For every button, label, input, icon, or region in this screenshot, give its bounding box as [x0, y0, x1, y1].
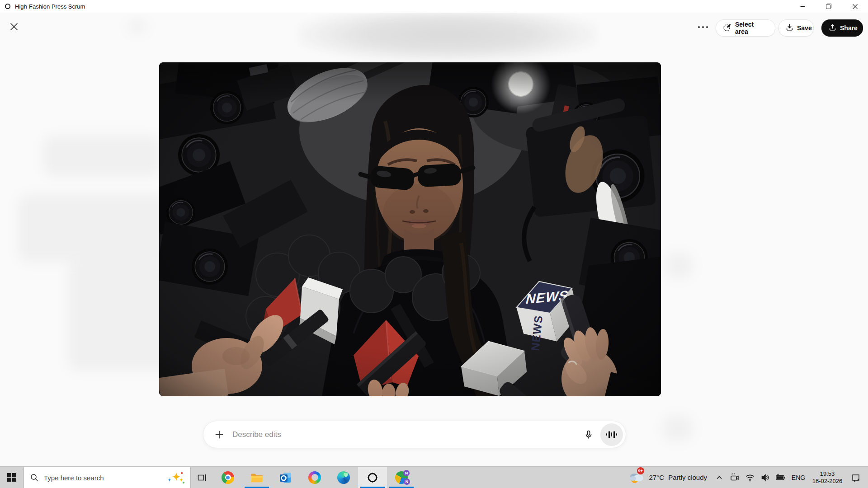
task-view-button[interactable] [191, 467, 213, 488]
editor-toolbar: Select area Save Share [0, 13, 868, 44]
share-icon [829, 23, 836, 33]
restore-button[interactable] [816, 0, 842, 13]
battery-icon[interactable] [773, 467, 788, 488]
task-view-icon [197, 473, 207, 483]
date-label: 16-02-2026 [812, 478, 843, 485]
select-area-button[interactable]: Select area [716, 19, 775, 37]
wifi-icon[interactable] [742, 467, 758, 488]
hidden-icons-chevron[interactable] [712, 467, 727, 488]
windows-logo-icon [7, 473, 16, 482]
time-label: 19:53 [820, 470, 835, 478]
select-area-label: Select area [735, 21, 768, 35]
ghost-shape [663, 416, 693, 441]
weather-widget[interactable]: 9+ 27°C Partly cloudy [624, 467, 712, 488]
file-explorer-icon [250, 472, 264, 483]
copilot-icon [308, 471, 321, 484]
waveform-icon [606, 431, 618, 438]
close-button[interactable] [842, 0, 868, 13]
save-button[interactable]: Save [778, 19, 814, 37]
condition-label: Partly cloudy [668, 474, 707, 481]
ghost-shape [43, 136, 160, 176]
edited-image-canvas[interactable]: NEWS NEWS [159, 62, 661, 396]
vignette [159, 62, 661, 396]
chrome-icon [222, 471, 234, 484]
editor-close-button[interactable] [8, 20, 20, 33]
taskbar-app-copilot[interactable] [300, 467, 329, 488]
volume-icon[interactable] [758, 467, 773, 488]
edge-icon [337, 471, 350, 484]
meet-now-icon[interactable] [727, 467, 742, 488]
taskbar-app-chrome[interactable] [213, 467, 242, 488]
taskbar-app-edge[interactable] [329, 467, 358, 488]
notification-badge: N [404, 479, 410, 485]
windows-taskbar: N N 9+ 27°C Partly cloudy [0, 466, 868, 488]
share-label: Share [840, 24, 858, 32]
add-attachment-button[interactable] [212, 427, 227, 442]
chatgpt-icon [366, 471, 379, 484]
download-icon [786, 23, 793, 33]
more-options-button[interactable] [695, 22, 711, 33]
taskbar-app-chrome-workspace[interactable]: N N [387, 467, 416, 488]
weather-alert-badge: 9+ [637, 467, 644, 474]
ghost-shape [18, 194, 167, 262]
window-title: High-Fashion Press Scrum [15, 3, 85, 10]
outlook-icon [279, 471, 292, 484]
clock[interactable]: 19:53 16-02-2026 [808, 467, 846, 488]
notification-badge: N [403, 470, 410, 476]
share-button[interactable]: Share [821, 19, 863, 37]
action-center-button[interactable] [846, 467, 865, 488]
minimize-button[interactable] [789, 0, 816, 13]
press-scrum-photo: NEWS NEWS [159, 62, 661, 396]
describe-edits-input[interactable] [231, 430, 580, 440]
ghost-shape [665, 253, 693, 278]
start-button[interactable] [0, 467, 24, 488]
voice-mode-button[interactable] [600, 423, 623, 446]
taskbar-search[interactable] [24, 467, 191, 488]
language-indicator[interactable]: ENG [788, 467, 808, 488]
select-area-icon [723, 23, 731, 33]
weather-icon: 9+ [629, 471, 645, 484]
edit-prompt-bar [203, 421, 626, 448]
taskbar-app-file-explorer[interactable] [242, 467, 271, 488]
openai-logo-icon [4, 3, 11, 10]
search-icon [30, 474, 38, 482]
system-tray: 9+ 27°C Partly cloudy [624, 467, 868, 488]
search-input[interactable] [43, 474, 162, 482]
temperature-label: 27°C [649, 474, 665, 481]
save-label: Save [797, 24, 812, 32]
title-bar: High-Fashion Press Scrum [0, 0, 868, 13]
taskbar-app-outlook[interactable] [271, 467, 300, 488]
chrome-workspace-icon: N N [395, 471, 408, 484]
window-controls [789, 0, 868, 13]
microphone-icon [584, 430, 594, 440]
dictate-button[interactable] [580, 426, 598, 444]
taskbar-app-chatgpt[interactable] [358, 467, 387, 488]
search-highlights-sparkle-icon [167, 471, 186, 484]
